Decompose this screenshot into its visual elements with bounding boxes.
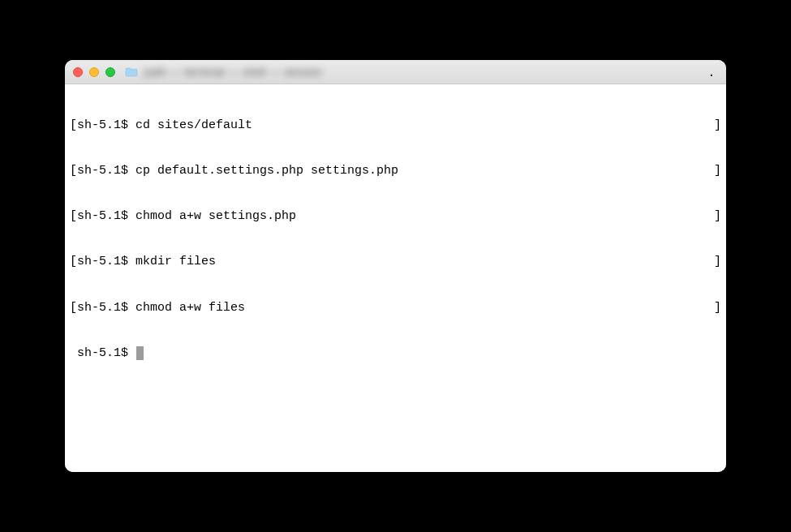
terminal-line: [sh-5.1$ chmod a+w settings.php] bbox=[70, 209, 721, 225]
terminal-current-line: sh-5.1$ bbox=[70, 346, 721, 362]
prompt: sh-5.1$ bbox=[77, 301, 128, 315]
prompt-left-bracket: [ bbox=[70, 301, 77, 315]
prompt-right-bracket: ] bbox=[714, 255, 721, 270]
traffic-lights bbox=[73, 67, 115, 77]
prompt-right-bracket: ] bbox=[714, 209, 721, 225]
prompt: sh-5.1$ bbox=[77, 118, 128, 132]
close-button[interactable] bbox=[73, 67, 83, 77]
terminal-body[interactable]: [sh-5.1$ cd sites/default] [sh-5.1$ cp d… bbox=[65, 84, 726, 472]
window-title: path — terminal — shell — session bbox=[144, 66, 703, 78]
prompt-left-bracket: [ bbox=[70, 164, 77, 178]
command-text: cd sites/default bbox=[135, 118, 252, 132]
terminal-line: [sh-5.1$ cd sites/default] bbox=[70, 118, 721, 134]
command-text: cp default.settings.php settings.php bbox=[135, 164, 398, 178]
command-text: chmod a+w settings.php bbox=[135, 209, 296, 223]
terminal-window: path — terminal — shell — session . [sh-… bbox=[65, 60, 726, 472]
maximize-button[interactable] bbox=[105, 67, 115, 77]
prompt-left-bracket: [ bbox=[70, 255, 77, 268]
minimize-button[interactable] bbox=[89, 67, 99, 77]
prompt: sh-5.1$ bbox=[77, 164, 128, 178]
command-text: chmod a+w files bbox=[135, 301, 245, 315]
command-text: mkdir files bbox=[135, 255, 216, 268]
prompt: sh-5.1$ bbox=[77, 209, 128, 223]
prompt: sh-5.1$ bbox=[77, 255, 128, 268]
terminal-line: [sh-5.1$ cp default.settings.php setting… bbox=[70, 164, 721, 179]
prompt-left-bracket: [ bbox=[70, 118, 77, 132]
prompt-left-bracket: [ bbox=[70, 209, 77, 223]
prompt-right-bracket: ] bbox=[714, 164, 721, 179]
folder-icon bbox=[125, 67, 138, 77]
prompt-right-bracket: ] bbox=[714, 118, 721, 134]
prompt: sh-5.1$ bbox=[77, 346, 135, 360]
window-titlebar[interactable]: path — terminal — shell — session . bbox=[65, 60, 726, 84]
prompt-right-bracket: ] bbox=[714, 301, 721, 316]
terminal-line: [sh-5.1$ mkdir files] bbox=[70, 255, 721, 270]
window-title-trailing: . bbox=[710, 66, 718, 79]
terminal-line: [sh-5.1$ chmod a+w files] bbox=[70, 301, 721, 316]
cursor bbox=[136, 346, 144, 360]
